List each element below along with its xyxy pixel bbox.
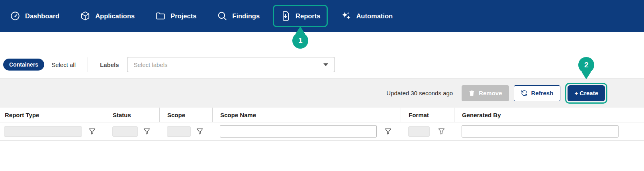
nav-item-label: Automation (356, 12, 393, 20)
automation-sparkles-icon (341, 11, 351, 21)
filter-cell-status (105, 122, 159, 140)
column-header-generated-by: Generated By (454, 108, 644, 122)
reports-table-header: Report Type Status Scope Scope Name Form… (0, 108, 644, 122)
remove-button[interactable]: Remove (462, 85, 509, 101)
filter-cell-generated-by (454, 122, 644, 140)
table-toolbar: Updated 30 seconds ago Remove Refresh + … (0, 78, 644, 108)
labels-select-input[interactable] (134, 61, 323, 68)
filter-cell-report-type (0, 122, 105, 140)
column-header-status: Status (105, 108, 159, 122)
nav-item-label: Dashboard (25, 12, 59, 20)
top-nav: Dashboard Applications Projects Findings (0, 0, 644, 32)
remove-button-label: Remove (479, 90, 502, 96)
column-header-scope-name: Scope Name (212, 108, 401, 122)
trash-icon (468, 90, 475, 96)
report-type-filter-input[interactable] (4, 126, 82, 137)
annotation-step-2: 2 (578, 57, 594, 79)
nav-item-label: Findings (232, 12, 260, 20)
labels-select[interactable] (127, 57, 335, 72)
chevron-down-icon (323, 63, 328, 66)
filter-cell-scope (159, 122, 212, 140)
annotation-step-number: 2 (578, 57, 594, 73)
vertical-divider (88, 57, 88, 72)
nav-item-dashboard[interactable]: Dashboard (10, 11, 59, 21)
format-filter-input[interactable] (408, 126, 430, 137)
filter-funnel-icon[interactable] (438, 128, 445, 135)
status-filter-input[interactable] (112, 126, 138, 137)
create-button[interactable]: + Create (568, 85, 605, 101)
applications-cube-icon (80, 11, 90, 21)
nav-item-label: Applications (95, 12, 135, 20)
filter-cell-format (401, 122, 454, 140)
column-header-report-type: Report Type (0, 108, 105, 122)
nav-item-findings[interactable]: Findings (217, 11, 260, 21)
filter-funnel-icon[interactable] (143, 128, 151, 135)
nav-item-label: Reports (296, 12, 320, 20)
nav-item-projects[interactable]: Projects (155, 11, 196, 21)
updated-timestamp: Updated 30 seconds ago (386, 90, 453, 96)
column-header-scope: Scope (159, 108, 212, 122)
reports-document-download-icon (280, 11, 291, 21)
refresh-button-label: Refresh (531, 90, 554, 96)
annotation-step-1: 1 (292, 26, 308, 49)
dashboard-gauge-icon (10, 11, 20, 21)
scope-name-filter-input[interactable] (220, 125, 377, 138)
select-all-link[interactable]: Select all (51, 61, 76, 68)
filter-funnel-icon[interactable] (384, 128, 392, 135)
projects-folder-icon (155, 11, 166, 21)
filters-bar: Containers Select all Labels (3, 57, 644, 73)
filter-cell-scope-name (212, 122, 401, 140)
labels-label: Labels (100, 61, 119, 68)
annotation-step-number: 1 (292, 33, 308, 49)
filter-funnel-icon[interactable] (88, 128, 96, 135)
scope-filter-input[interactable] (167, 126, 191, 137)
create-button-highlight: + Create 2 (565, 83, 607, 104)
column-header-format: Format (401, 108, 454, 122)
containers-filter-pill[interactable]: Containers (3, 59, 44, 71)
nav-item-applications[interactable]: Applications (80, 11, 135, 21)
filter-funnel-icon[interactable] (196, 128, 204, 135)
nav-item-reports[interactable]: Reports 1 (273, 5, 328, 27)
annotation-pointer-down (581, 72, 591, 79)
refresh-button[interactable]: Refresh (514, 85, 561, 101)
findings-search-icon (217, 11, 227, 21)
nav-item-label: Projects (170, 12, 196, 20)
reports-table-filter-row (0, 122, 644, 141)
refresh-icon (521, 90, 528, 96)
generated-by-filter-input[interactable] (462, 125, 619, 138)
nav-item-automation[interactable]: Automation (341, 11, 393, 21)
